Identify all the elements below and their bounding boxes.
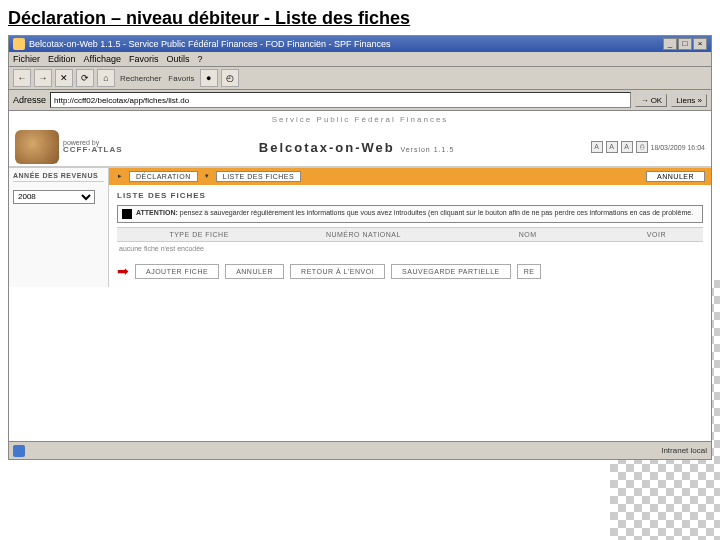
breadcrumb: ▸ DÉCLARATION ▾ LISTE DES FICHES ANNULER — [109, 168, 711, 185]
maximize-button[interactable]: □ — [678, 38, 692, 50]
page-content: Service Public Fédéral Finances powered … — [9, 111, 711, 291]
refresh-button[interactable]: ⟳ — [76, 69, 94, 87]
status-text-right: Intranet local — [661, 446, 707, 455]
section-title: LISTE DES FICHES — [109, 185, 711, 203]
warning-text: pensez à sauvegarder régulièrement les i… — [180, 209, 693, 216]
status-icon — [13, 445, 25, 457]
toolbar: ← → ✕ ⟳ ⌂ Rechercher Favoris ● ◴ — [9, 67, 711, 90]
go-button[interactable]: → OK — [635, 94, 667, 107]
warning-icon — [122, 209, 132, 219]
breadcrumb-declaration[interactable]: DÉCLARATION — [129, 171, 198, 182]
history-button[interactable]: ◴ — [221, 69, 239, 87]
status-bar: Intranet local — [9, 441, 711, 459]
menu-help[interactable]: ? — [197, 54, 202, 64]
window-titlebar: Belcotax-on-Web 1.1.5 - Service Public F… — [9, 36, 711, 52]
slide-title: Déclaration – niveau débiteur - Liste de… — [0, 0, 720, 35]
address-bar: Adresse → OK Liens » — [9, 90, 711, 111]
favorites-label[interactable]: Favoris — [166, 74, 196, 83]
col-nom: NOM — [446, 228, 610, 241]
app-header: powered by CCFF·ATLAS Belcotax-on-Web Ve… — [9, 128, 711, 168]
menu-edit[interactable]: Edition — [48, 54, 76, 64]
menubar: Fichier Edition Affichage Favoris Outils… — [9, 52, 711, 67]
browser-window: Belcotax-on-Web 1.1.5 - Service Public F… — [8, 35, 712, 460]
app-title: Belcotax-on-Web Version 1.1.5 — [123, 140, 591, 155]
close-button[interactable]: × — [693, 38, 707, 50]
print-icon[interactable]: ⎙ — [636, 141, 648, 153]
address-input[interactable] — [50, 92, 631, 108]
sauvegarde-button[interactable]: SAUVEGARDE PARTIELLE — [391, 264, 511, 279]
table-empty-message: aucune fiche n'est encodée — [109, 242, 711, 255]
logo-text: powered by CCFF·ATLAS — [63, 139, 123, 155]
sidebar: ANNÉE DES REVENUS 2008 — [9, 168, 109, 287]
back-button[interactable]: ← — [13, 69, 31, 87]
menu-view[interactable]: Affichage — [84, 54, 121, 64]
arrow-pointer-icon: ➡ — [117, 263, 129, 279]
menu-tools[interactable]: Outils — [166, 54, 189, 64]
font-size-medium[interactable]: A — [606, 141, 618, 153]
action-row: ➡ AJOUTER FICHE ANNULER RETOUR À L'ENVOI… — [109, 255, 711, 287]
ajouter-fiche-button[interactable]: AJOUTER FICHE — [135, 264, 219, 279]
warning-label: ATTENTION: — [136, 209, 178, 216]
col-numero: NUMÉRO NATIONAL — [281, 228, 445, 241]
window-title: Belcotax-on-Web 1.1.5 - Service Public F… — [29, 39, 390, 49]
search-label[interactable]: Rechercher — [118, 74, 163, 83]
media-button[interactable]: ● — [200, 69, 218, 87]
chevron-down-icon: ▾ — [202, 172, 212, 182]
annuler-button-top[interactable]: ANNULER — [646, 171, 705, 182]
header-date: 18/03/2009 16:04 — [651, 144, 706, 151]
ministry-label: Service Public Fédéral Finances — [9, 111, 711, 128]
links-button[interactable]: Liens » — [671, 94, 707, 107]
font-size-large[interactable]: A — [621, 141, 633, 153]
warning-box: ATTENTION: pensez à sauvegarder régulièr… — [117, 205, 703, 223]
main-content: ▸ DÉCLARATION ▾ LISTE DES FICHES ANNULER… — [109, 168, 711, 287]
col-voir: VOIR — [610, 228, 703, 241]
chevron-right-icon: ▸ — [115, 172, 125, 182]
font-size-small[interactable]: A — [591, 141, 603, 153]
menu-favorites[interactable]: Favoris — [129, 54, 159, 64]
table-header: TYPE DE FICHE NUMÉRO NATIONAL NOM VOIR — [117, 227, 703, 242]
home-button[interactable]: ⌂ — [97, 69, 115, 87]
address-label: Adresse — [13, 95, 46, 105]
retour-envoi-button[interactable]: RETOUR À L'ENVOI — [290, 264, 385, 279]
minimize-button[interactable]: _ — [663, 38, 677, 50]
stop-button[interactable]: ✕ — [55, 69, 73, 87]
app-icon — [13, 38, 25, 50]
logo-image — [15, 130, 59, 164]
col-type: TYPE DE FICHE — [117, 228, 281, 241]
year-select[interactable]: 2008 — [13, 190, 95, 204]
sidebar-year-header: ANNÉE DES REVENUS — [13, 172, 104, 182]
annuler-button[interactable]: ANNULER — [225, 264, 284, 279]
breadcrumb-liste[interactable]: LISTE DES FICHES — [216, 171, 301, 182]
menu-file[interactable]: Fichier — [13, 54, 40, 64]
forward-button[interactable]: → — [34, 69, 52, 87]
re-button[interactable]: RE — [517, 264, 542, 279]
